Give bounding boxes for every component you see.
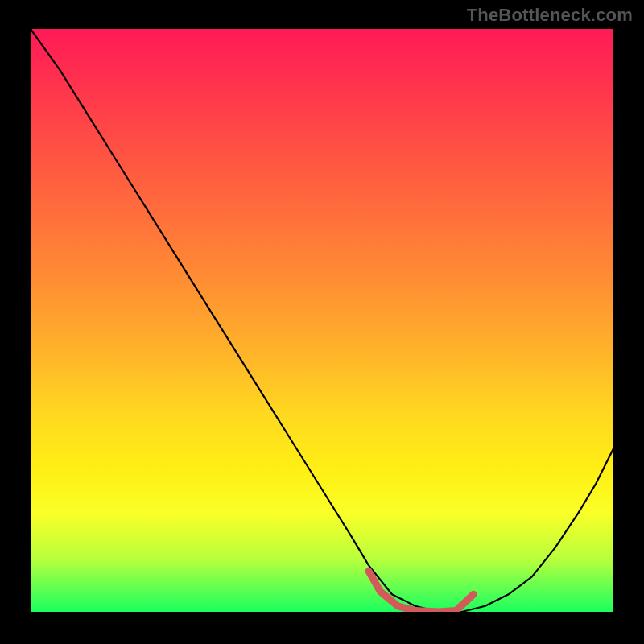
highlight-valley-marker	[369, 571, 473, 612]
bottleneck-curve	[31, 29, 613, 612]
plot-area	[31, 29, 613, 612]
watermark-text: TheBottleneck.com	[467, 5, 633, 26]
chart-frame: TheBottleneck.com	[0, 0, 644, 644]
plot-svg	[31, 29, 613, 612]
